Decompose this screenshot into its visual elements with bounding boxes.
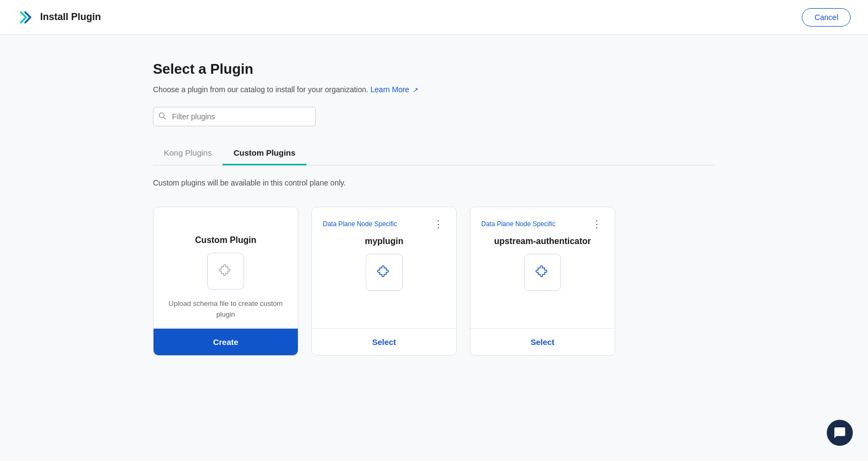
upstream-authenticator-icon (533, 262, 552, 282)
myplugin-card: Data Plane Node Specific ⋮ myplugin Sele… (311, 207, 457, 356)
tab-custom-plugins[interactable]: Custom Plugins (222, 142, 306, 165)
kong-logo (17, 9, 35, 26)
header-left: Install Plugin (17, 9, 101, 26)
app-title: Install Plugin (40, 11, 101, 23)
upstream-authenticator-card: Data Plane Node Specific ⋮ upstream-auth… (470, 207, 615, 356)
svg-line-1 (164, 117, 166, 119)
card-footer-upstream: Select (470, 328, 615, 355)
card-name-custom: Custom Plugin (195, 235, 257, 245)
myplugin-icon (374, 262, 394, 282)
select-button-upstream[interactable]: Select (470, 329, 615, 355)
page-title: Select a Plugin (153, 61, 715, 78)
plugin-cards-grid: Custom Plugin Upload schema file to crea… (153, 207, 715, 356)
card-name-upstream: upstream-authenticator (494, 236, 591, 246)
main-content: Select a Plugin Choose a plugin from our… (136, 35, 732, 382)
more-menu-button-upstream[interactable]: ⋮ (590, 218, 604, 230)
custom-plugin-card: Custom Plugin Upload schema file to crea… (153, 207, 298, 356)
chat-icon (833, 426, 846, 439)
card-icon-box-upstream (524, 254, 561, 291)
card-body-myplugin: Data Plane Node Specific ⋮ myplugin (312, 207, 456, 328)
data-plane-badge-myplugin: Data Plane Node Specific (323, 220, 397, 228)
custom-plugin-icon (216, 261, 235, 281)
page-subtitle: Choose a plugin from our catalog to inst… (153, 85, 715, 94)
external-link-icon: ↗ (413, 86, 418, 94)
tab-description: Custom plugins will be available in this… (153, 178, 715, 187)
create-button[interactable]: Create (154, 329, 298, 355)
badge-row-myplugin: Data Plane Node Specific ⋮ (323, 218, 445, 230)
search-input[interactable] (153, 107, 316, 126)
card-icon-box-myplugin (366, 254, 403, 291)
card-body-upstream: Data Plane Node Specific ⋮ upstream-auth… (470, 207, 615, 328)
card-icon-box-custom (207, 253, 244, 290)
tab-kong-plugins[interactable]: Kong Plugins (153, 142, 222, 165)
badge-row-upstream: Data Plane Node Specific ⋮ (481, 218, 604, 230)
card-description-custom: Upload schema file to create custom plug… (164, 298, 287, 319)
more-menu-button-myplugin[interactable]: ⋮ (431, 218, 445, 230)
search-wrapper (153, 107, 316, 126)
tabs-container: Kong Plugins Custom Plugins (153, 142, 715, 165)
card-name-myplugin: myplugin (365, 236, 403, 246)
card-footer-new: Create (154, 328, 298, 355)
card-footer-myplugin: Select (312, 328, 456, 355)
cancel-button[interactable]: Cancel (802, 8, 851, 27)
chat-bubble-button[interactable] (827, 420, 853, 446)
card-body-new: Custom Plugin Upload schema file to crea… (154, 207, 298, 328)
learn-more-link[interactable]: Learn More ↗ (371, 85, 418, 94)
data-plane-badge-upstream: Data Plane Node Specific (481, 220, 556, 228)
select-button-myplugin[interactable]: Select (312, 329, 456, 355)
app-header: Install Plugin Cancel (0, 0, 868, 35)
search-icon (158, 112, 166, 121)
